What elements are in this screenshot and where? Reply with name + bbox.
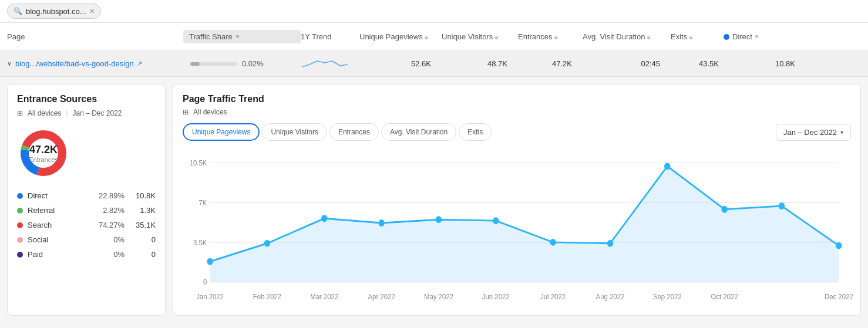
tabs-row: Unique PageviewsUnique VisitorsEntrances… — [183, 123, 851, 141]
source-pct: 2.82% — [92, 206, 125, 215]
chart-dot[interactable] — [607, 240, 613, 247]
traffic-filter-icon: ≡ — [236, 33, 240, 40]
col-trend-header[interactable]: 1Y Trend — [301, 32, 359, 41]
row-entrances-cell: 47.2K — [519, 59, 584, 68]
chart-dot[interactable] — [264, 240, 270, 247]
pageviews-filter-icon: ≡ — [425, 34, 428, 40]
col-pageviews-header[interactable]: Unique Pageviews ≡ — [359, 32, 442, 41]
chart-dot[interactable] — [664, 163, 670, 170]
col-duration-header[interactable]: Avg. Visit Duration ≡ — [583, 32, 671, 41]
traffic-trend-panel: Page Traffic Trend ⊞ All devices Unique … — [173, 84, 861, 316]
row-page-link[interactable]: blog.../website/bad-vs-good-design — [15, 59, 134, 68]
main-content: Entrance Sources ⊞ All devices | Jan – D… — [0, 77, 868, 323]
table-header: Page Traffic Share ≡ 1Y Trend Unique Pag… — [0, 23, 868, 51]
source-name: Paid — [28, 250, 88, 259]
chart-dot[interactable] — [779, 202, 785, 209]
col-visitors-header[interactable]: Unique Visitors ≡ — [442, 32, 518, 41]
exits-filter-icon: ≡ — [689, 34, 693, 40]
date-range: Jan – Dec 2022 — [72, 109, 122, 117]
trend-title: Page Traffic Trend — [183, 94, 851, 104]
chart-dot[interactable] — [836, 242, 842, 249]
svg-text:Oct 2022: Oct 2022 — [711, 292, 738, 301]
source-pct: 74.27% — [92, 221, 125, 229]
search-icon: 🔍 — [14, 7, 22, 15]
donut-center: 47.2K Entrances — [29, 144, 58, 163]
traffic-bar-fill — [190, 62, 200, 66]
date-dropdown[interactable]: Jan – Dec 2022 ▾ — [776, 124, 851, 141]
sparkline-chart — [302, 54, 349, 72]
chevron-down-icon: ▾ — [840, 129, 843, 136]
tab-unique-visitors[interactable]: Unique Visitors — [262, 123, 327, 141]
source-name: Search — [28, 221, 88, 229]
svg-text:Dec 2022: Dec 2022 — [825, 292, 853, 301]
chart-dot[interactable] — [436, 216, 442, 223]
tab-entrances[interactable]: Entrances — [329, 123, 379, 141]
trend-device-label: All devices — [193, 108, 227, 116]
url-text: blog.hubspot.co... — [26, 7, 86, 16]
row-traffic-cell: 0.02% — [184, 59, 302, 68]
source-value: 1.3K — [129, 206, 156, 215]
svg-text:Jul 2022: Jul 2022 — [540, 292, 566, 301]
svg-text:10.5K: 10.5K — [190, 159, 207, 168]
svg-text:Aug 2022: Aug 2022 — [596, 292, 625, 301]
source-value: 35.1K — [129, 221, 156, 229]
device-icon: ⊞ — [17, 109, 23, 117]
svg-text:3.5K: 3.5K — [193, 238, 207, 247]
svg-text:Mar 2022: Mar 2022 — [310, 292, 338, 301]
source-item: Search 74.27% 35.1K — [17, 221, 156, 229]
chart-dot[interactable] — [207, 258, 213, 265]
donut-section: 47.2K Entrances — [17, 127, 156, 180]
top-bar: 🔍 blog.hubspot.co... × — [0, 0, 868, 23]
source-dot — [17, 193, 23, 199]
trend-header: Page Traffic Trend ⊞ All devices — [183, 94, 851, 116]
source-item: Paid 0% 0 — [17, 250, 156, 259]
source-value: 10.8K — [129, 191, 156, 200]
table-row: ∨ blog.../website/bad-vs-good-design ↗ 0… — [0, 51, 868, 77]
row-exits-cell: 43.5K — [672, 59, 725, 68]
svg-text:Jun 2022: Jun 2022 — [482, 292, 510, 301]
panel-title: Entrance Sources — [17, 94, 156, 104]
tab-unique-pageviews[interactable]: Unique Pageviews — [183, 123, 260, 141]
url-bar[interactable]: 🔍 blog.hubspot.co... × — [7, 4, 101, 19]
direct-dot — [724, 34, 729, 40]
trend-chart: 03.5K7K10.5KJan 2022Feb 2022Mar 2022Apr … — [183, 150, 851, 303]
col-exits-header[interactable]: Exits ≡ — [671, 32, 724, 41]
donut-chart: 47.2K Entrances — [17, 127, 70, 180]
source-dot — [17, 252, 23, 258]
source-dot — [17, 237, 23, 243]
col-traffic-header[interactable]: Traffic Share ≡ — [183, 30, 301, 43]
svg-text:7K: 7K — [199, 198, 207, 207]
chart-area: 03.5K7K10.5KJan 2022Feb 2022Mar 2022Apr … — [183, 150, 851, 303]
external-link-icon[interactable]: ↗ — [137, 60, 142, 67]
source-item: Direct 22.89% 10.8K — [17, 191, 156, 200]
svg-text:May 2022: May 2022 — [424, 292, 453, 301]
close-icon[interactable]: × — [90, 6, 95, 16]
chart-dot[interactable] — [378, 219, 384, 226]
source-name: Social — [28, 235, 88, 244]
source-pct: 0% — [92, 250, 125, 259]
donut-label: Entrances — [29, 156, 58, 163]
visitors-filter-icon: ≡ — [495, 34, 499, 40]
svg-text:0: 0 — [203, 278, 207, 287]
device-label: All devices — [28, 109, 61, 117]
tab-exits[interactable]: Exits — [459, 123, 492, 141]
col-entrances-header[interactable]: Entrances ≡ — [518, 32, 583, 41]
svg-text:Feb 2022: Feb 2022 — [253, 292, 281, 301]
source-value: 0 — [129, 250, 156, 259]
chart-dot[interactable] — [721, 206, 727, 213]
row-pageviews-cell: 52.6K — [361, 59, 443, 68]
chart-dot[interactable] — [493, 217, 499, 224]
row-expand-icon[interactable]: ∨ — [7, 60, 12, 67]
direct-filter-icon: ≡ — [755, 33, 759, 40]
source-name: Direct — [28, 191, 88, 200]
source-dot — [17, 208, 23, 214]
svg-text:Jan 2022: Jan 2022 — [196, 292, 224, 301]
source-pct: 0% — [92, 235, 125, 244]
chart-dot[interactable] — [550, 239, 556, 246]
chart-dot[interactable] — [321, 215, 327, 222]
row-page-cell: blog.../website/bad-vs-good-design ↗ — [15, 59, 184, 68]
source-item: Social 0% 0 — [17, 235, 156, 244]
svg-marker-12 — [210, 166, 839, 282]
col-direct-header[interactable]: Direct ≡ — [724, 32, 794, 41]
tab-avg.-visit-duration[interactable]: Avg. Visit Duration — [381, 123, 456, 141]
